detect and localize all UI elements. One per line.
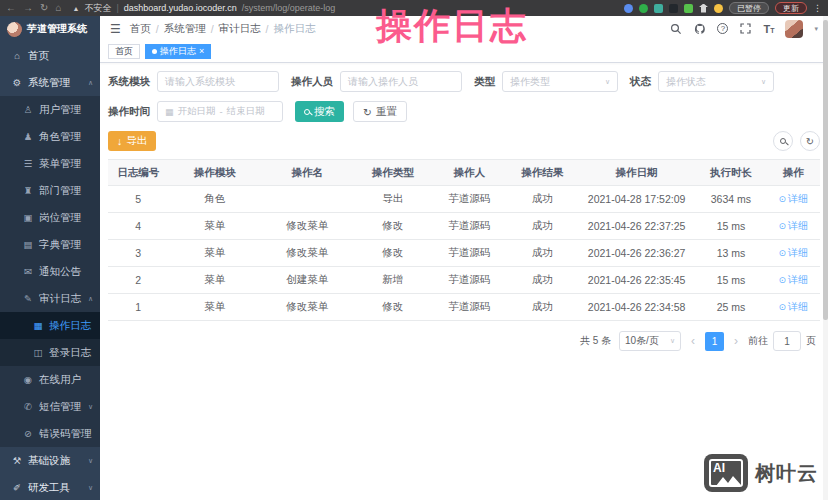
gear-icon: ⚙ [11,77,23,88]
browser-menu-icon[interactable]: ⋮ [813,3,822,13]
page-size-select[interactable]: 10条/页 ∨ [619,331,681,351]
goto-page: 前往 1 页 [748,331,816,351]
cell-action: ⊙详细 [767,294,820,321]
watermark-brand: 树叶云 [755,460,818,487]
sidebar-item-字典管理[interactable]: ▤字典管理 [0,231,100,258]
sidebar-item-label: 通知公告 [39,265,81,279]
extension-icons [624,4,723,13]
date-range-input[interactable]: ▦ 开始日期 - 结束日期 [157,101,283,122]
avatar[interactable] [785,20,803,38]
goto-page-input[interactable]: 1 [773,331,801,351]
table-row: 4菜单修改菜单修改芋道源码成功2021-04-26 22:37:2515 ms⊙… [108,213,820,240]
sidebar-item-操作日志[interactable]: ▦操作日志 [0,312,100,339]
filter-module: 系统模块 请输入系统模块 [108,71,279,92]
fullscreen-icon[interactable] [739,22,752,35]
extension-blue-icon[interactable] [624,4,633,13]
extension-green-shield-icon[interactable] [639,4,648,13]
reset-button[interactable]: ↻ 重置 [353,101,407,122]
detail-link[interactable]: ⊙详细 [778,273,808,287]
watermark-frame: AI [709,459,743,487]
collapse-sidebar-icon[interactable]: ☰ [110,22,121,36]
extension-sprout-icon[interactable] [684,4,693,13]
next-page-button[interactable]: › [732,334,740,348]
sidebar-item-菜单管理[interactable]: ☰菜单管理 [0,150,100,177]
sidebar-item-角色管理[interactable]: ♟角色管理 [0,123,100,150]
sidebar-item-label: 审计日志 [39,292,81,306]
sidebar-item-通知公告[interactable]: ✉通知公告 [0,258,100,285]
toggle-search-button[interactable] [773,131,793,151]
paused-button[interactable]: 已暂停 [729,2,769,14]
cell-id: 5 [108,186,169,213]
smiley-icon[interactable] [714,4,723,13]
detail-link[interactable]: ⊙详细 [778,246,808,260]
error-code-icon: ⊘ [22,428,34,439]
cell-name: 修改菜单 [261,213,354,240]
scrollbar-thumb[interactable] [823,20,828,320]
address-bar[interactable]: ▲ 不安全 | dashboard.yudao.iocoder.cn/syste… [72,2,335,15]
search-icon[interactable] [669,22,682,35]
search-button[interactable]: 搜索 [295,101,344,122]
breadcrumb: 首页 / 系统管理 / 审计日志 / 操作日志 [130,22,316,36]
module-input[interactable]: 请输入系统模块 [157,71,279,92]
sidebar-item-短信管理[interactable]: ✆短信管理∨ [0,393,100,420]
tab-operate-log[interactable]: 操作日志 × [145,44,211,59]
extension-dark-icon[interactable] [669,4,678,13]
logo-avatar [7,22,22,37]
sidebar-item-基础设施[interactable]: ⚒基础设施∨ [0,447,100,474]
sidebar-item-审计日志[interactable]: ✎审计日志∧ [0,285,100,312]
type-select[interactable]: 操作类型∨ [502,71,618,92]
filter-type: 类型 操作类型∨ [474,71,618,92]
sidebar-item-登录日志[interactable]: ◫登录日志 [0,339,100,366]
detail-link[interactable]: ⊙详细 [778,300,808,314]
breadcrumb-system[interactable]: 系统管理 [164,22,206,36]
extension-pin-icon[interactable] [699,4,708,13]
prev-page-button[interactable]: ‹ [689,334,697,348]
forward-icon[interactable]: → [23,0,33,16]
chevron-down-icon[interactable]: ▾ [814,25,818,33]
close-icon[interactable]: × [199,47,204,56]
table-row: 1菜单修改菜单修改芋道源码成功2021-04-26 22:34:5825 ms⊙… [108,294,820,321]
scrollbar-track[interactable] [823,16,828,500]
github-icon[interactable] [693,22,706,35]
cell-operator: 芋道源码 [432,294,507,321]
sidebar-item-label: 部门管理 [39,184,81,198]
export-button-label: 导出 [126,134,147,148]
sidebar-item-首页[interactable]: ⌂首页 [0,42,100,69]
sidebar-item-部门管理[interactable]: ♜部门管理 [0,177,100,204]
sidebar-item-label: 错误码管理 [39,427,92,441]
status-select[interactable]: 操作状态∨ [658,71,774,92]
breadcrumb-audit[interactable]: 审计日志 [219,22,261,36]
update-button[interactable]: 更新 [775,2,807,14]
log-table-body: 5角色导出芋道源码成功2021-04-28 17:52:093634 ms⊙详细… [108,186,820,321]
page-size-value: 10条/页 [625,334,659,348]
home-icon: ⌂ [11,50,23,61]
home-icon[interactable]: ⌂ [55,0,61,16]
browser-right: 已暂停 更新 ⋮ [624,2,822,14]
cell-date: 2021-04-26 22:34:58 [578,294,695,321]
detail-link[interactable]: ⊙详细 [778,192,808,206]
sidebar-item-研发工具[interactable]: ✐研发工具∨ [0,474,100,500]
cell-operator: 芋道源码 [432,186,507,213]
sidebar-item-错误码管理[interactable]: ⊘错误码管理 [0,420,100,447]
cell-module: 菜单 [169,213,262,240]
sidebar-item-用户管理[interactable]: ♙用户管理 [0,96,100,123]
help-icon[interactable]: ? [717,23,728,34]
detail-link[interactable]: ⊙详细 [778,219,808,233]
toolbar-right: ↻ [773,131,820,151]
font-size-icon[interactable]: TT [763,23,774,35]
reload-icon[interactable]: ↻ [40,0,48,16]
sidebar-item-系统管理[interactable]: ⚙系统管理∧ [0,69,100,96]
sidebar-item-在线用户[interactable]: ◉在线用户 [0,366,100,393]
refresh-button[interactable]: ↻ [800,131,820,151]
sidebar-item-岗位管理[interactable]: ▣岗位管理 [0,204,100,231]
page-number-1[interactable]: 1 [705,332,724,351]
app-logo[interactable]: 芋道管理系统 [0,16,100,42]
breadcrumb-home[interactable]: 首页 [130,22,151,36]
back-icon[interactable]: ← [6,0,16,16]
extension-teal-icon[interactable] [654,4,663,13]
detail-label: 详细 [788,219,808,233]
operator-input[interactable]: 请输入操作人员 [340,71,462,92]
tab-home[interactable]: 首页 [108,44,140,59]
security-label: 不安全 [84,2,111,15]
export-button[interactable]: ↓ 导出 [108,131,156,151]
